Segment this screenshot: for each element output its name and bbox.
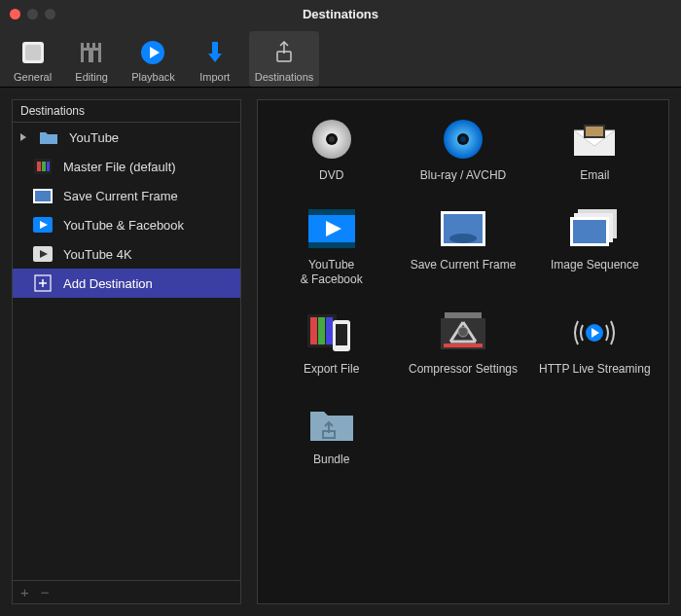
toolbar-general[interactable]: General — [8, 31, 57, 87]
grid-item-label: YouTube & Facebook — [301, 258, 363, 286]
grid-item-save-current-frame[interactable]: Save Current Frame — [399, 207, 526, 286]
sidebar-item-youtube-facebook[interactable]: YouTube & Facebook — [13, 210, 240, 239]
sidebar-item-master-file[interactable]: Master File (default) — [13, 152, 240, 181]
window-title: Destinations — [0, 7, 681, 21]
dvd-icon — [307, 118, 356, 161]
sidebar-item-add-destination[interactable]: Add Destination — [13, 269, 240, 298]
zoom-window-button[interactable] — [45, 9, 55, 19]
traffic-lights — [0, 9, 55, 19]
toolbar-destinations[interactable]: Destinations — [249, 31, 320, 87]
close-window-button[interactable] — [10, 9, 20, 19]
grid-item-label: Export File — [304, 362, 359, 376]
svg-rect-9 — [89, 51, 93, 62]
svg-rect-38 — [586, 127, 603, 136]
playback-icon — [140, 38, 165, 67]
bundle-folder-icon — [307, 402, 356, 445]
grid-item-image-sequence[interactable]: Image Sequence — [531, 207, 659, 286]
sidebar-header: Destinations — [13, 100, 240, 123]
sidebar-item-label: Master File (default) — [63, 160, 176, 174]
add-button[interactable]: + — [20, 584, 29, 600]
grid-item-label: Image Sequence — [551, 258, 639, 272]
grid-item-bluray[interactable]: Blu-ray / AVCHD — [399, 118, 526, 182]
destinations-icon — [271, 38, 297, 67]
grid-item-label: Email — [580, 168, 609, 182]
svg-point-59 — [458, 327, 468, 337]
sidebar-item-save-current-frame[interactable]: Save Current Frame — [13, 181, 240, 210]
svg-rect-56 — [445, 312, 482, 318]
toolbar-editing[interactable]: Editing — [69, 31, 114, 87]
grid-item-http-live-streaming[interactable]: HTTP Live Streaming — [531, 311, 659, 376]
grid-item-label: HTTP Live Streaming — [539, 362, 651, 376]
destinations-sidebar: Destinations YouTube Master File (defaul… — [12, 99, 241, 604]
svg-point-45 — [449, 234, 477, 243]
master-file-icon — [32, 158, 54, 175]
toolbar-import[interactable]: Import — [193, 31, 237, 87]
svg-rect-55 — [336, 324, 347, 345]
svg-rect-1 — [25, 45, 41, 60]
import-icon — [202, 38, 228, 67]
svg-rect-12 — [212, 42, 218, 54]
preferences-toolbar: General Editing Playback Import Destinat… — [0, 27, 681, 88]
youtube-4k-icon — [32, 245, 54, 263]
svg-rect-8 — [98, 51, 101, 62]
destinations-grid-area: DVD Blu-ray / AVCHD Email YouTube & Face… — [257, 99, 669, 604]
toolbar-label: Import — [199, 71, 230, 83]
remove-button[interactable]: − — [41, 584, 50, 600]
export-file-icon — [307, 311, 356, 354]
image-sequence-icon — [570, 207, 619, 250]
svg-rect-4 — [92, 43, 95, 48]
svg-rect-7 — [81, 51, 84, 62]
minimize-window-button[interactable] — [27, 9, 38, 19]
sidebar-footer: + − — [13, 580, 240, 603]
sidebar-item-label: YouTube & Facebook — [63, 218, 184, 233]
destinations-grid: DVD Blu-ray / AVCHD Email YouTube & Face… — [268, 118, 659, 466]
grid-item-label: Save Current Frame — [411, 258, 517, 272]
svg-rect-18 — [42, 162, 46, 171]
grid-item-youtube-facebook[interactable]: YouTube & Facebook — [268, 207, 395, 286]
svg-rect-41 — [308, 242, 355, 248]
frame-icon — [32, 187, 54, 204]
svg-rect-6 — [81, 48, 101, 51]
toolbar-playback[interactable]: Playback — [125, 31, 181, 87]
svg-rect-53 — [326, 317, 333, 344]
svg-rect-40 — [308, 209, 355, 215]
svg-rect-17 — [37, 162, 41, 171]
titlebar: Destinations — [0, 0, 681, 27]
grid-item-label: Bundle — [313, 453, 349, 466]
content-area: Destinations YouTube Master File (defaul… — [0, 88, 681, 616]
frame-icon — [439, 207, 487, 250]
toolbar-label: General — [14, 71, 52, 83]
sidebar-item-label: YouTube — [69, 130, 119, 145]
svg-rect-19 — [47, 162, 50, 171]
sidebar-item-youtube[interactable]: YouTube — [13, 123, 240, 152]
toolbar-label: Destinations — [255, 71, 314, 83]
plus-box-icon — [32, 274, 54, 292]
streaming-icon — [570, 311, 619, 354]
disclosure-triangle-icon[interactable] — [20, 133, 26, 141]
grid-item-label: Blu-ray / AVCHD — [420, 168, 506, 182]
toolbar-label: Editing — [75, 71, 108, 83]
youtube-facebook-icon — [307, 207, 356, 250]
svg-rect-49 — [573, 220, 606, 243]
svg-point-34 — [460, 136, 466, 142]
svg-point-31 — [329, 136, 335, 142]
grid-item-dvd[interactable]: DVD — [268, 118, 395, 182]
svg-rect-5 — [98, 43, 101, 48]
svg-rect-3 — [87, 43, 90, 48]
svg-rect-2 — [81, 43, 84, 48]
sidebar-item-label: Save Current Frame — [63, 189, 178, 203]
grid-item-bundle[interactable]: Bundle — [268, 402, 395, 466]
sidebar-item-label: Add Destination — [63, 276, 153, 291]
grid-item-compressor-settings[interactable]: Compressor Settings — [399, 311, 526, 376]
bluray-icon — [439, 118, 487, 161]
grid-item-export-file[interactable]: Export File — [268, 311, 395, 376]
email-icon — [570, 118, 619, 161]
toolbar-label: Playback — [131, 71, 175, 83]
svg-rect-51 — [310, 317, 317, 344]
grid-item-email[interactable]: Email — [531, 118, 659, 182]
compressor-icon — [439, 311, 487, 354]
svg-marker-13 — [208, 54, 222, 62]
sidebar-item-label: YouTube 4K — [63, 247, 132, 262]
sidebar-item-youtube-4k[interactable]: YouTube 4K — [13, 239, 240, 269]
svg-rect-58 — [444, 344, 483, 347]
